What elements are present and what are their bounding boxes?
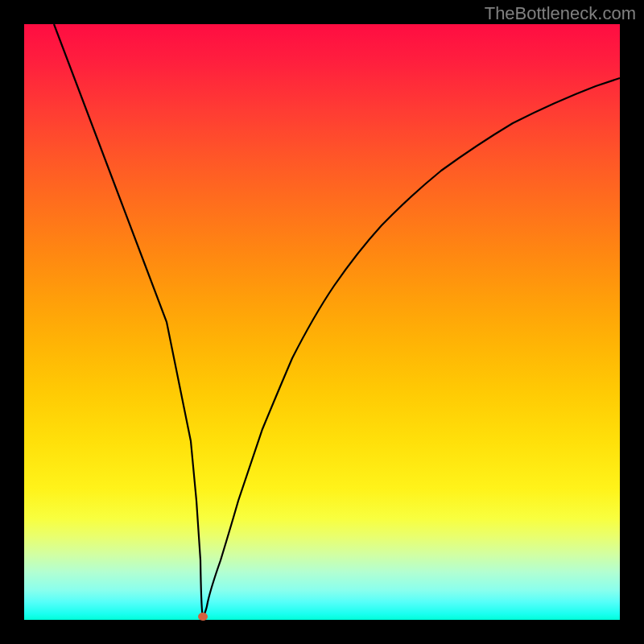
watermark: TheBottleneck.com [485,3,636,24]
minimum-point-marker [198,613,208,621]
bottleneck-curve-right [203,78,620,617]
curve-overlay [24,24,620,620]
bottleneck-curve-left [54,24,203,617]
chart-plot-area [24,24,620,620]
